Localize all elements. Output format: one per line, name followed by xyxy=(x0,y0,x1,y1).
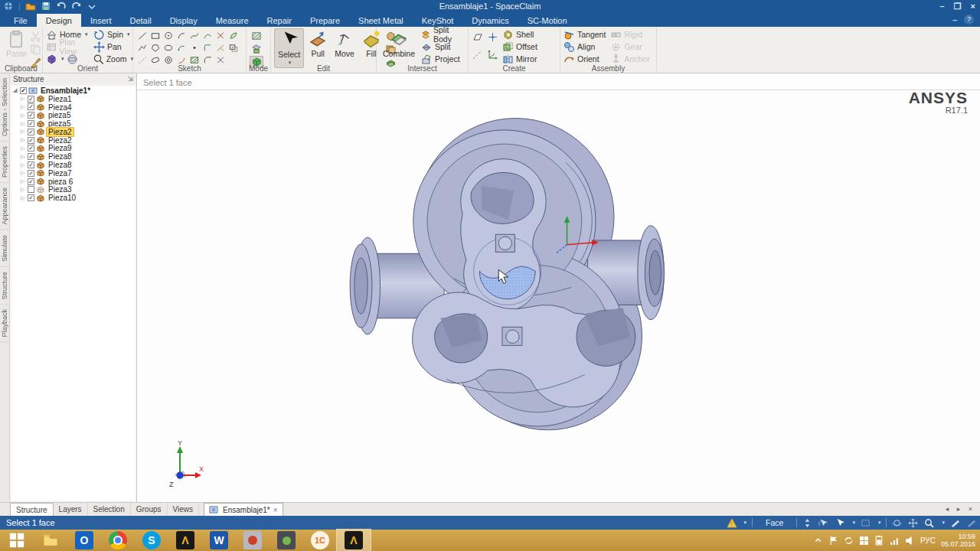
visibility-checkbox[interactable]: ✓ xyxy=(28,103,34,110)
taskbar-chrome-icon[interactable] xyxy=(101,530,135,551)
tree-item[interactable]: ▷✓Pieza2 xyxy=(11,128,135,136)
taskbar-photos-dark-icon[interactable] xyxy=(270,530,303,551)
split-body-button[interactable]: Split Body xyxy=(421,28,465,41)
expander-icon[interactable]: ▷ xyxy=(21,104,28,110)
side-tab-structure[interactable]: Structure xyxy=(0,267,9,305)
expander-icon[interactable]: ▷ xyxy=(21,96,28,102)
orbit-icon[interactable] xyxy=(892,518,903,528)
project-button[interactable]: Project xyxy=(421,53,465,65)
expander-icon[interactable]: ▷ xyxy=(21,154,28,160)
paste-button[interactable]: Paste xyxy=(3,28,30,68)
sketch-tool-bend-icon[interactable] xyxy=(201,30,213,41)
tree-root-item[interactable]: ◢✓Ensamblaje1* xyxy=(11,86,135,95)
help-icon[interactable]: ? xyxy=(964,15,974,24)
orient-button[interactable]: Orient xyxy=(564,53,606,65)
close-button[interactable]: × xyxy=(971,2,975,11)
tree-item[interactable]: ▷✓pieza 6 xyxy=(11,178,135,186)
align-button[interactable]: Align xyxy=(564,41,606,53)
ribbon-tab-insert[interactable]: Insert xyxy=(81,14,121,27)
plan-view-button[interactable]: Plan View xyxy=(46,41,93,53)
taskbar-word-icon[interactable]: W xyxy=(202,530,236,551)
panel-tab-selection[interactable]: Selection xyxy=(88,503,131,516)
visibility-checkbox[interactable]: ✓ xyxy=(28,161,34,168)
taskbar-explorer-icon[interactable] xyxy=(34,530,67,551)
side-tab-appearance[interactable]: Appearance xyxy=(0,183,9,230)
sketch-tool-arc2-icon[interactable] xyxy=(175,42,187,53)
selection-type-label[interactable]: Face xyxy=(758,518,791,527)
panel-tab-views[interactable]: Views xyxy=(168,503,200,516)
visibility-checkbox[interactable] xyxy=(28,186,34,193)
shell-button[interactable]: Shell xyxy=(502,28,537,41)
visibility-checkbox[interactable]: ✓ xyxy=(28,129,34,135)
sketch-tool-cut-icon[interactable] xyxy=(214,54,226,65)
expander-icon[interactable]: ▷ xyxy=(21,145,28,152)
visibility-checkbox[interactable]: ✓ xyxy=(28,170,34,177)
ribbon-tab-dynamics[interactable]: Dynamics xyxy=(462,14,518,27)
viewport[interactable]: Select 1 face ANSYS R17.1 xyxy=(137,73,980,502)
expander-icon[interactable]: ▷ xyxy=(21,112,28,119)
tree-item[interactable]: ▷✓Pieza8 xyxy=(11,152,135,161)
select-button[interactable]: Select▾ xyxy=(274,28,304,68)
taskbar-photos-icon[interactable] xyxy=(236,530,270,551)
offset-button[interactable]: Offset xyxy=(502,41,537,53)
sketch-tool-chamfer-icon[interactable] xyxy=(201,54,213,65)
sketch-tool-rect-icon[interactable] xyxy=(149,30,161,41)
taskbar-ansys-icon[interactable]: Λ xyxy=(168,530,202,551)
volume-icon[interactable] xyxy=(905,536,915,546)
visibility-checkbox[interactable]: ✓ xyxy=(28,112,34,119)
visibility-checkbox[interactable]: ✓ xyxy=(28,120,34,127)
warning-icon[interactable]: ! xyxy=(727,518,737,528)
sketch-tool-pline-icon[interactable] xyxy=(136,42,148,53)
ribbon-minimize-icon[interactable]: – xyxy=(952,15,957,24)
tree-item[interactable]: ▷✓Pieza7 xyxy=(11,169,135,178)
sketch-tool-corner-icon[interactable] xyxy=(201,42,213,53)
side-tab-options-selection[interactable]: Options - Selection xyxy=(0,73,9,142)
measure-disabled-icon[interactable] xyxy=(966,518,977,528)
tray-clock[interactable]: 10:59 05.07.2016 xyxy=(941,533,978,548)
sketch-tool-ellipse-icon[interactable] xyxy=(162,42,174,53)
sketch-tool-sweep-icon[interactable] xyxy=(175,54,187,65)
expander-icon[interactable]: ▷ xyxy=(21,195,28,201)
tree-item[interactable]: ▷✓Pieza9 xyxy=(11,145,135,153)
spin-button[interactable]: Spin▾ xyxy=(93,28,133,41)
previous-selection-icon[interactable] xyxy=(818,518,829,528)
flag-icon[interactable] xyxy=(828,536,838,546)
battery-icon[interactable] xyxy=(874,536,884,546)
visibility-checkbox[interactable]: ✓ xyxy=(20,87,27,94)
section-mode-button[interactable] xyxy=(250,43,263,55)
visibility-checkbox[interactable]: ✓ xyxy=(28,145,34,152)
mirror-button[interactable]: Mirror xyxy=(502,53,537,65)
panel-tab-structure[interactable]: Structure xyxy=(10,503,54,516)
tree-item[interactable]: ▷✓Pieza8 xyxy=(11,161,135,169)
zoom-button[interactable]: Zoom▾ xyxy=(93,53,133,65)
sketch-tool-trim-icon[interactable] xyxy=(214,42,226,53)
tangent-button[interactable]: Tangent xyxy=(564,28,606,41)
taskbar-outlook-icon[interactable]: O xyxy=(67,530,101,551)
expander-icon[interactable]: ▷ xyxy=(21,162,28,168)
cut-icon[interactable] xyxy=(30,31,41,42)
copy-icon[interactable] xyxy=(30,44,41,55)
expander-icon[interactable]: ▷ xyxy=(21,187,28,193)
network-icon[interactable] xyxy=(890,536,900,546)
expander-icon[interactable]: ▷ xyxy=(21,121,28,127)
ribbon-tab-display[interactable]: Display xyxy=(161,14,207,27)
taskbar-spaceclaim-icon[interactable]: Λ xyxy=(337,530,371,551)
ribbon-tab-design[interactable]: Design xyxy=(37,14,81,27)
rigid-button[interactable]: Rigid xyxy=(610,28,649,41)
ribbon-tab-sheet-metal[interactable]: Sheet Metal xyxy=(349,14,413,27)
expander-icon[interactable]: ▷ xyxy=(21,170,28,176)
tree-item[interactable]: ▷✓Pieza10 xyxy=(11,194,135,202)
language-indicator[interactable]: РУС xyxy=(920,536,936,545)
plane-button[interactable] xyxy=(472,31,483,43)
pin-icon[interactable]: ⇲ xyxy=(127,75,133,83)
document-tab-close-icon[interactable]: × xyxy=(273,506,278,514)
sketch-tool-leaf-icon[interactable] xyxy=(227,30,239,41)
sketch-tool-arc-icon[interactable] xyxy=(175,30,187,41)
anchor-button[interactable]: Anchor xyxy=(610,53,649,65)
sketch-tool-oval-icon[interactable] xyxy=(149,54,161,65)
expander-icon[interactable]: ◢ xyxy=(13,87,20,93)
windows-tray-icon[interactable] xyxy=(859,536,869,546)
sketch-tool-offset-icon[interactable] xyxy=(227,42,239,53)
expander-icon[interactable]: ▷ xyxy=(21,137,28,143)
taskbar-skype-icon[interactable]: S xyxy=(135,530,168,551)
